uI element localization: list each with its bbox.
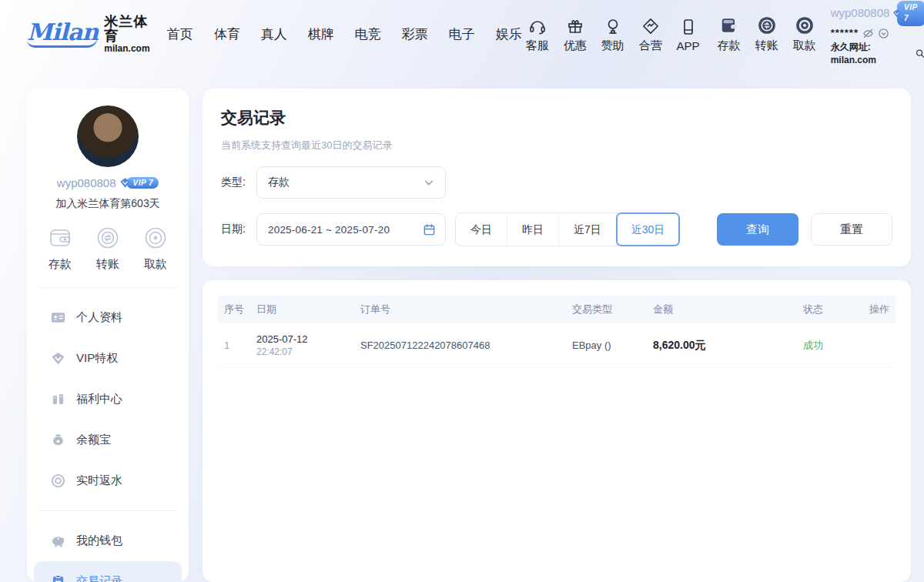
wallet-outline-icon xyxy=(47,225,73,251)
affiliate-button[interactable]: 合营 xyxy=(635,15,666,53)
sidebar-vip-label: VIP 7 xyxy=(126,177,159,189)
piggy-bank-icon xyxy=(51,534,65,548)
logo-domain-text: milan.com xyxy=(104,44,149,54)
quick-withdraw-button[interactable]: 取款 xyxy=(142,225,169,272)
smartphone-icon xyxy=(679,16,698,36)
main-content: 交易记录 当前系统支持查询最近30日的交易记录 类型: 存款 日期: 2025-… xyxy=(203,89,911,582)
withdraw-button[interactable]: 取款 xyxy=(789,15,820,53)
withdraw-coin-icon xyxy=(142,225,169,251)
transfer-button[interactable]: 转账 xyxy=(752,15,782,53)
withdraw-circle-icon xyxy=(795,15,815,35)
masked-balance: ****** xyxy=(831,26,859,41)
header-toolbar: 客服 优惠 赞助 合营 APP xyxy=(522,15,820,53)
page-layout: wyp080808 VIP 7 加入米兰体育第603天 存款 转账 取款 xyxy=(0,68,924,582)
sidebar-item-profile[interactable]: 个人资料 xyxy=(34,297,182,338)
type-select[interactable]: 存款 xyxy=(256,166,446,199)
col-status: 状态 xyxy=(803,303,865,316)
reset-button[interactable]: 重置 xyxy=(811,213,892,246)
sidebar-item-wallet[interactable]: 我的钱包 xyxy=(34,520,182,561)
headset-icon xyxy=(528,15,547,35)
nav-item-chess[interactable]: 棋牌 xyxy=(308,25,334,43)
logo-cn-text: 米兰体育 xyxy=(104,15,149,44)
row-order-no: SF202507122242078607468 xyxy=(360,340,572,351)
gift-icon xyxy=(566,15,584,35)
range-30days-button[interactable]: 近30日 xyxy=(617,213,680,246)
app-download-button[interactable]: APP xyxy=(673,16,704,52)
sponsor-button[interactable]: 赞助 xyxy=(598,15,628,53)
row-status: 成功 xyxy=(803,339,865,353)
row-datetime: 2025-07-12 22:42:07 xyxy=(256,333,360,357)
col-index: 序号 xyxy=(224,303,256,316)
range-yesterday-button[interactable]: 昨日 xyxy=(507,213,559,246)
sidebar-item-welfare[interactable]: 福利中心 xyxy=(34,379,182,420)
type-filter-label: 类型: xyxy=(221,176,256,189)
calendar-icon xyxy=(423,223,436,236)
quick-range-group: 今日 昨日 近7日 近30日 xyxy=(455,212,680,246)
row-amount: 8,620.00元 xyxy=(653,339,803,353)
date-range-value: 2025-06-21 ~ 2025-07-20 xyxy=(268,224,423,236)
quick-actions: 存款 转账 取款 xyxy=(27,211,189,287)
id-card-icon xyxy=(51,310,65,325)
money-pot-icon xyxy=(51,433,65,447)
user-info-block: wyp080808 VIP 7 ****** 永久网址: milan.com xyxy=(831,1,924,68)
nav-item-slots[interactable]: 电子 xyxy=(449,25,475,43)
nav-item-home[interactable]: 首页 xyxy=(167,25,193,43)
query-button[interactable]: 查询 xyxy=(717,213,798,246)
handshake-diamond-icon xyxy=(641,15,660,35)
quick-transfer-button[interactable]: 转账 xyxy=(95,225,121,272)
col-amount: 金额 xyxy=(653,303,803,316)
refresh-circle-icon[interactable] xyxy=(878,28,889,39)
sidebar-vip-badge: VIP 7 xyxy=(119,177,159,189)
filter-card: 交易记录 当前系统支持查询最近30日的交易记录 类型: 存款 日期: 2025-… xyxy=(203,89,911,266)
col-type: 交易类型 xyxy=(572,303,653,316)
quick-deposit-button[interactable]: 存款 xyxy=(47,225,73,272)
clipboard-icon xyxy=(51,574,65,582)
chevron-down-icon xyxy=(424,177,434,188)
deposit-button[interactable]: 存款 xyxy=(714,15,745,53)
type-select-value: 存款 xyxy=(268,176,424,189)
col-order-no: 订单号 xyxy=(360,303,572,316)
permanent-url-label: 永久网址: milan.com xyxy=(831,41,912,68)
promotions-button[interactable]: 优惠 xyxy=(560,15,591,53)
date-filter-label: 日期: xyxy=(221,222,256,236)
sidebar-menu: 个人资料 VIP特权 福利中心 余额宝 实时返水 xyxy=(27,288,189,510)
magnifier-icon[interactable] xyxy=(915,48,924,59)
sidebar-item-vip[interactable]: VIP特权 xyxy=(34,338,182,379)
sidebar-item-transaction-records[interactable]: 交易记录 xyxy=(34,561,182,582)
range-7days-button[interactable]: 近7日 xyxy=(559,213,617,246)
nav-item-entertainment[interactable]: 娱乐 xyxy=(496,25,522,43)
row-date: 2025-07-12 xyxy=(256,333,360,345)
page-subtitle: 当前系统支持查询最近30日的交易记录 xyxy=(221,139,892,152)
nav-item-lottery[interactable]: 彩票 xyxy=(402,25,428,43)
records-table-card: 序号 日期 订单号 交易类型 金额 状态 操作 1 2025-07-12 22:… xyxy=(203,280,911,582)
vip-diamond-icon xyxy=(119,177,131,189)
vip-badge: VIP 7 xyxy=(892,1,924,26)
joined-days-text: 加入米兰体育第603天 xyxy=(27,197,189,211)
table-header-row: 序号 日期 订单号 交易类型 金额 状态 操作 xyxy=(218,296,896,323)
wallet-filled-icon xyxy=(719,15,739,35)
nav-item-live[interactable]: 真人 xyxy=(261,25,287,43)
page-title: 交易记录 xyxy=(221,107,892,129)
vip-diamond-icon xyxy=(892,8,902,19)
nav-item-esports[interactable]: 电竞 xyxy=(355,25,381,43)
top-header: Milan 米兰体育 milan.com 首页 体育 真人 棋牌 电竞 彩票 电… xyxy=(0,0,924,68)
welfare-icon xyxy=(51,392,65,406)
trophy-icon xyxy=(604,15,622,35)
date-range-input[interactable]: 2025-06-21 ~ 2025-07-20 xyxy=(256,213,446,246)
sidebar-avatar xyxy=(77,105,139,167)
table-row: 1 2025-07-12 22:42:07 SF2025071222420786… xyxy=(218,323,896,368)
sidebar-item-rebate[interactable]: 实时返水 xyxy=(34,460,182,501)
col-date: 日期 xyxy=(256,303,360,316)
sidebar-wallet-menu: 我的钱包 交易记录 xyxy=(27,511,189,582)
rebate-icon xyxy=(51,473,65,488)
sidebar-item-yuebao[interactable]: 余额宝 xyxy=(34,420,182,460)
customer-service-button[interactable]: 客服 xyxy=(522,15,553,53)
row-type: EBpay () xyxy=(572,340,653,351)
header-username[interactable]: wyp080808 xyxy=(831,5,890,22)
eye-off-icon[interactable] xyxy=(862,28,874,39)
transfer-coin-icon xyxy=(95,225,121,251)
main-nav: 首页 体育 真人 棋牌 电竞 彩票 电子 娱乐 xyxy=(167,25,522,43)
range-today-button[interactable]: 今日 xyxy=(456,213,507,246)
nav-item-sports[interactable]: 体育 xyxy=(214,25,240,43)
brand-logo[interactable]: Milan 米兰体育 milan.com xyxy=(27,15,150,53)
